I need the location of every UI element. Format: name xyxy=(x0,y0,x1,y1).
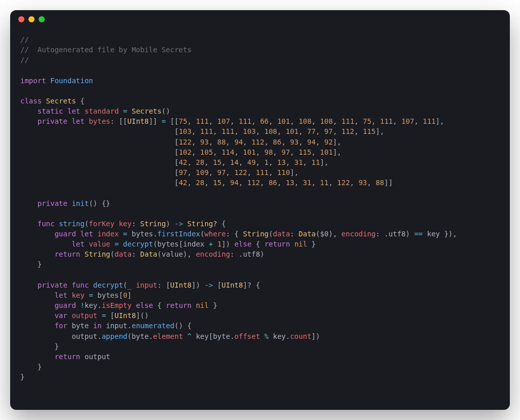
id-key: key xyxy=(72,291,84,299)
num: 97 xyxy=(281,148,290,156)
num: 15 xyxy=(213,179,221,187)
num: 49 xyxy=(247,158,256,166)
type-string-opt: String? xyxy=(187,220,217,228)
type-uint8: UInt8 xyxy=(221,281,243,289)
num: 122 xyxy=(234,168,247,177)
num: 115 xyxy=(299,148,311,156)
prop-element: element xyxy=(153,332,183,340)
id-standard: standard xyxy=(84,107,118,115)
kw-guard: guard xyxy=(54,230,76,238)
num: 101 xyxy=(320,148,333,156)
kw-private: private xyxy=(38,117,68,125)
kw-return: return xyxy=(54,353,80,361)
kw-let: let xyxy=(54,291,67,299)
zoom-icon[interactable] xyxy=(39,16,45,22)
num: 115 xyxy=(363,127,375,135)
type-uint8: UInt8 xyxy=(127,117,149,125)
num: 112 xyxy=(251,138,264,146)
kw-func: func xyxy=(72,281,89,289)
num: 111 xyxy=(341,117,354,125)
prop-isEmpty: isEmpty xyxy=(102,301,132,309)
num: 97 xyxy=(324,127,333,135)
num: 111 xyxy=(423,117,436,125)
num: 31 xyxy=(303,179,311,187)
fn-firstIndex: firstIndex xyxy=(157,230,200,238)
arg-input: input xyxy=(136,281,157,289)
type-uint8: UInt8 xyxy=(115,311,136,320)
num: 11 xyxy=(311,158,320,166)
num: 112 xyxy=(341,127,354,135)
kw-private: private xyxy=(38,281,68,289)
arg-data: data xyxy=(273,230,290,238)
minimize-icon[interactable] xyxy=(28,16,35,22)
kw-for: for xyxy=(54,322,67,330)
arg-name: key xyxy=(119,220,132,228)
id-output: output xyxy=(72,332,98,340)
type-string: String xyxy=(84,250,110,258)
prop-offset: offset xyxy=(235,332,261,340)
comment-line: // xyxy=(20,36,29,44)
enum-utf8: utf8 xyxy=(243,250,260,258)
code-editor: // // Autogenerated file by Mobile Secre… xyxy=(10,28,510,410)
arg-encoding: encoding xyxy=(196,250,230,258)
arg-label: forKey xyxy=(89,220,115,228)
num: 122 xyxy=(337,179,350,187)
num: 111 xyxy=(256,168,269,177)
num: 15 xyxy=(213,158,221,166)
prop-count: count xyxy=(290,332,311,340)
id-byte: byte xyxy=(132,332,149,340)
kw-static: static xyxy=(38,107,63,115)
num: 93 xyxy=(359,179,367,187)
id-key: key xyxy=(427,230,440,238)
num: 86 xyxy=(273,138,281,146)
id-index: index xyxy=(183,240,204,248)
id-value: value xyxy=(89,240,110,248)
num: 107 xyxy=(401,117,414,125)
fn-decrypt: decrypt xyxy=(123,240,153,248)
num: 77 xyxy=(307,127,316,135)
id-byte: byte xyxy=(72,322,89,330)
kw-let: let xyxy=(68,107,80,115)
num: 86 xyxy=(269,179,277,187)
type-string: String xyxy=(243,230,269,238)
id-input: input xyxy=(106,322,127,330)
type-data: Data xyxy=(299,230,316,238)
window-titlebar xyxy=(10,10,510,28)
num: 88 xyxy=(376,179,384,187)
id-key: key xyxy=(84,301,97,309)
num: 111 xyxy=(200,127,213,135)
kw-return: return xyxy=(166,301,192,309)
num: 88 xyxy=(217,138,226,146)
num: 75 xyxy=(363,117,372,125)
num: 93 xyxy=(200,138,209,146)
num: 11 xyxy=(320,179,329,187)
kw-let: let xyxy=(72,117,84,125)
num: 110 xyxy=(277,168,290,177)
kw-var: var xyxy=(54,311,67,320)
num: 94 xyxy=(230,179,239,187)
ctor-call: Secrets xyxy=(132,107,161,115)
enum-utf8: utf8 xyxy=(388,230,406,238)
num: 109 xyxy=(196,168,209,177)
num: 111 xyxy=(196,117,209,125)
kw-else: else xyxy=(235,240,252,248)
num: 98 xyxy=(265,148,273,156)
close-icon[interactable] xyxy=(18,16,24,22)
num: 28 xyxy=(196,158,205,166)
num: 101 xyxy=(286,127,299,135)
num: 111 xyxy=(221,127,234,135)
id-bytes: bytes xyxy=(157,240,179,248)
num: 66 xyxy=(260,117,269,125)
id-byte: byte xyxy=(213,332,230,340)
num: 92 xyxy=(324,138,333,146)
num: 101 xyxy=(277,117,290,125)
id-bytes: bytes xyxy=(89,117,110,125)
comment-line: // Autogenerated file by Mobile Secrets xyxy=(20,46,191,54)
module-name: Foundation xyxy=(50,77,93,85)
id-value: value xyxy=(161,250,183,258)
type-string: String xyxy=(140,220,166,228)
func-decrypt: decrypt xyxy=(93,281,123,289)
num: 93 xyxy=(290,138,299,146)
num: 107 xyxy=(217,117,230,125)
num: 28 xyxy=(196,179,205,187)
